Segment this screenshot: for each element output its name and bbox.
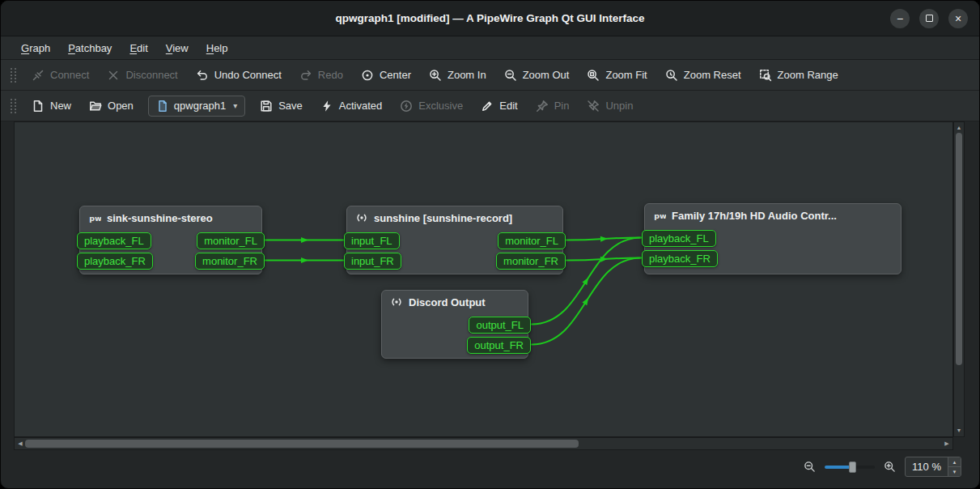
vertical-scrollbar[interactable]: ▲ ▼ — [953, 121, 965, 437]
unpin-button-label: Unpin — [605, 100, 633, 112]
port-playback_FL[interactable]: playback_FL — [642, 230, 716, 247]
zoom-range-icon — [759, 69, 772, 82]
node-header: pwsink-sunshine-stereo — [80, 206, 261, 224]
window-controls: −× — [890, 9, 968, 28]
connection-arrow — [301, 237, 308, 243]
new-button[interactable]: New — [23, 94, 80, 118]
port-input_FR[interactable]: input_FR — [344, 253, 401, 270]
menu-edit[interactable]: Edit — [121, 39, 156, 57]
zoom-range-button[interactable]: Zoom Range — [750, 63, 847, 87]
open-button[interactable]: Open — [80, 94, 142, 118]
center-button-label: Center — [380, 69, 411, 81]
menu-graph[interactable]: Graph — [12, 39, 59, 57]
close-button[interactable]: × — [948, 9, 968, 28]
menu-view[interactable]: View — [157, 39, 197, 57]
chevron-down-icon: ▾ — [233, 101, 237, 110]
port-monitor_FR[interactable]: monitor_FR — [496, 253, 566, 270]
pin-button-label: Pin — [554, 100, 570, 112]
zoom-in-icon[interactable] — [884, 461, 896, 473]
node-family-hd-audio[interactable]: pwFamily 17h/19h HD Audio Contr...playba… — [644, 203, 902, 274]
node-sunshine[interactable]: sunshine [sunshine-record]input_FLinput_… — [346, 206, 563, 274]
connect-button: Connect — [23, 63, 98, 87]
disconnect-button-label: Disconnect — [125, 69, 177, 81]
titlebar[interactable]: qpwgraph1 [modified] — A PipeWire Graph … — [1, 1, 979, 36]
zoom-in-icon — [429, 69, 442, 82]
scroll-down-arrow[interactable]: ▼ — [954, 426, 964, 436]
connection-layer — [15, 122, 952, 436]
exclusive-toggle: Exclusive — [391, 94, 472, 118]
patchbay-profile-combo[interactable]: qpwgraph1▾ — [148, 96, 245, 117]
toolbar-graph: ConnectDisconnectUndo ConnectRedoCenterZ… — [1, 60, 979, 91]
zoom-spinbox[interactable]: 110 % ▲ ▼ — [905, 457, 961, 477]
pin-button: Pin — [527, 94, 579, 118]
port-monitor_FL[interactable]: monitor_FL — [498, 232, 566, 249]
menubar: GraphPatchbayEditViewHelp — [1, 36, 979, 60]
undo-icon — [196, 69, 209, 82]
connection-arrow — [600, 236, 608, 242]
node-header: pwFamily 17h/19h HD Audio Contr... — [645, 204, 901, 222]
zoom-in-button[interactable]: Zoom In — [420, 63, 495, 87]
edit-toggle[interactable]: Edit — [472, 94, 526, 118]
zoom-slider-handle[interactable] — [849, 461, 856, 473]
port-playback_FR[interactable]: playback_FR — [642, 250, 718, 267]
port-input_FL[interactable]: input_FL — [344, 232, 400, 249]
connect-icon — [32, 69, 45, 82]
file-icon — [156, 100, 169, 113]
disconnect-button: Disconnect — [98, 63, 186, 87]
patchbay-profile-combo-value: qpwgraph1 — [174, 100, 226, 112]
zoom-out-button[interactable]: Zoom Out — [495, 63, 579, 87]
port-playback_FR[interactable]: playback_FR — [77, 253, 153, 270]
toolbar-handle[interactable] — [11, 68, 16, 83]
menu-patchbay[interactable]: Patchbay — [59, 39, 121, 57]
save-icon — [260, 100, 273, 113]
toolbar-handle[interactable] — [11, 99, 16, 113]
activated-toggle[interactable]: Activated — [312, 94, 391, 118]
edit-icon — [481, 100, 494, 113]
activated-icon — [320, 100, 333, 113]
center-button[interactable]: Center — [352, 63, 420, 87]
scroll-up-arrow[interactable]: ▲ — [954, 123, 964, 133]
menu-help[interactable]: Help — [197, 39, 237, 57]
toolbar-patchbay: NewOpenqpwgraph1▾SaveActivatedExclusiveE… — [1, 91, 979, 121]
spin-up-button[interactable]: ▲ — [948, 457, 961, 467]
undo-connect-button-label: Undo Connect — [214, 69, 282, 81]
port-output_FL[interactable]: output_FL — [469, 317, 531, 334]
zoom-fit-button[interactable]: Zoom Fit — [578, 63, 655, 87]
zoom-fit-icon — [587, 69, 600, 82]
scroll-left-arrow[interactable]: ◀ — [15, 438, 25, 449]
scrollbar-corner — [953, 437, 965, 450]
horizontal-scrollbar[interactable]: ◀ ▶ — [14, 437, 953, 450]
zoom-slider[interactable] — [825, 461, 875, 473]
spin-down-button[interactable]: ▼ — [948, 467, 961, 476]
zoom-out-button-label: Zoom Out — [523, 69, 570, 81]
node-sink-sunshine-stereo[interactable]: pwsink-sunshine-stereoplayback_FLplaybac… — [79, 206, 262, 274]
zoom-reset-button[interactable]: Zoom Reset — [656, 63, 750, 87]
new-button-label: New — [50, 100, 71, 112]
minimize-button[interactable]: − — [890, 9, 910, 28]
undo-connect-button[interactable]: Undo Connect — [187, 63, 291, 87]
save-button-label: Save — [278, 100, 303, 112]
maximize-button[interactable] — [919, 9, 939, 28]
zoom-value[interactable]: 110 % — [906, 457, 948, 476]
vertical-scroll-handle[interactable] — [956, 133, 962, 365]
pipewire-icon: pw — [88, 211, 101, 224]
connection-arrow — [301, 257, 308, 263]
horizontal-scroll-handle[interactable] — [25, 440, 579, 448]
node-discord-output[interactable]: Discord Outputoutput_FLoutput_FR — [381, 290, 528, 359]
open-button-label: Open — [108, 100, 134, 112]
exclusive-icon — [400, 100, 413, 113]
zoom-out-icon — [504, 69, 517, 82]
spin-buttons: ▲ ▼ — [948, 457, 961, 476]
port-monitor_FR[interactable]: monitor_FR — [195, 253, 265, 270]
port-output_FR[interactable]: output_FR — [467, 337, 531, 354]
scroll-right-arrow[interactable]: ▶ — [942, 438, 952, 449]
graph-canvas[interactable]: pwsink-sunshine-stereoplayback_FLplaybac… — [14, 121, 953, 437]
zoom-out-icon[interactable] — [804, 461, 816, 473]
connection-arrow — [582, 296, 591, 305]
save-button[interactable]: Save — [251, 94, 312, 118]
audio-icon — [390, 296, 403, 308]
port-monitor_FL[interactable]: monitor_FL — [197, 232, 265, 249]
exclusive-toggle-label: Exclusive — [418, 100, 463, 112]
redo-button-label: Redo — [318, 69, 343, 81]
port-playback_FL[interactable]: playback_FL — [77, 232, 151, 249]
